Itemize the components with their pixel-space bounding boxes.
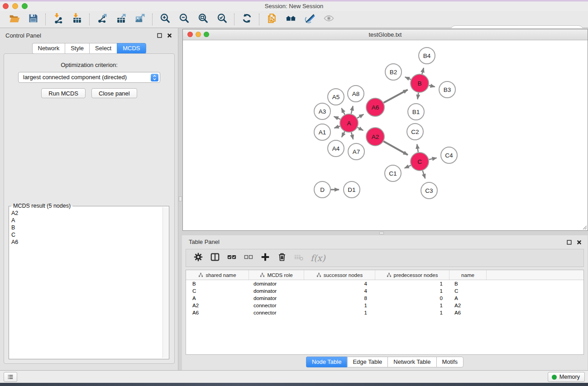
- table-cell[interactable]: connector: [249, 310, 304, 315]
- task-history-button[interactable]: [4, 372, 17, 382]
- first-neighbors-button[interactable]: [281, 12, 300, 27]
- graph-node-A8[interactable]: A8: [348, 86, 364, 102]
- graph-edge-B-B2[interactable]: [405, 77, 411, 80]
- graph-node-A6[interactable]: A6: [366, 98, 384, 116]
- column-header-successor-nodes[interactable]: successor nodes: [304, 270, 375, 280]
- graph-node-D[interactable]: D: [314, 181, 330, 198]
- graph-node-B4[interactable]: B4: [419, 48, 435, 64]
- zoom-in-button[interactable]: [155, 12, 174, 27]
- float-panel-icon[interactable]: [157, 32, 163, 38]
- import-network-button[interactable]: [48, 12, 67, 27]
- graph-edge-C-C1[interactable]: [405, 165, 411, 168]
- table-cell[interactable]: 1: [304, 303, 375, 308]
- table-cell[interactable]: B: [186, 281, 249, 286]
- table-cell[interactable]: C: [186, 288, 249, 294]
- graph-node-C1[interactable]: C1: [385, 165, 401, 181]
- table-cell[interactable]: A6: [186, 310, 249, 315]
- table-cell[interactable]: A2: [449, 303, 487, 308]
- graph-edge-C-C3[interactable]: [423, 171, 425, 178]
- table-row[interactable]: A6connector11A6: [186, 309, 583, 316]
- graph-node-C4[interactable]: C4: [441, 147, 457, 163]
- column-header-MCDS-role[interactable]: MCDS role: [249, 270, 304, 280]
- zoom-selected-button[interactable]: [212, 12, 231, 27]
- graph-node-A7[interactable]: A7: [348, 143, 364, 160]
- tab-select[interactable]: Select: [89, 43, 117, 54]
- graph-edge-A-A2[interactable]: [358, 128, 363, 131]
- table-cell[interactable]: A: [186, 295, 249, 301]
- graph-node-B1[interactable]: B1: [408, 104, 424, 120]
- graph-node-C2[interactable]: C2: [407, 124, 423, 140]
- table-cell[interactable]: C: [449, 288, 487, 294]
- memory-button[interactable]: Memory: [548, 372, 585, 382]
- criterion-select[interactable]: largest connected component (directed): [18, 72, 160, 83]
- table-cell[interactable]: 1: [375, 310, 449, 315]
- graph-edge-A-A8[interactable]: [351, 106, 353, 114]
- resize-grip[interactable]: [582, 224, 587, 230]
- select-all-columns-button[interactable]: [227, 252, 237, 264]
- run-mcds-button[interactable]: Run MCDS: [41, 88, 86, 98]
- graph-node-C3[interactable]: C3: [421, 182, 437, 199]
- graph-node-B3[interactable]: B3: [439, 81, 455, 98]
- table-settings-button[interactable]: [193, 252, 203, 264]
- float-table-panel-icon[interactable]: [566, 239, 572, 245]
- graph-node-A2[interactable]: A2: [366, 128, 384, 146]
- table-cell[interactable]: 0: [375, 295, 449, 301]
- graph-node-A4[interactable]: A4: [328, 140, 344, 157]
- tab-network-table[interactable]: Network Table: [387, 357, 436, 367]
- graph-edge-A-A5[interactable]: [342, 108, 345, 114]
- graph-edge-A6-B[interactable]: [383, 90, 407, 103]
- table-cell[interactable]: A: [449, 295, 487, 301]
- export-table-button[interactable]: [111, 12, 130, 27]
- graph-edge-A-A6[interactable]: [357, 114, 363, 118]
- zoom-fit-button[interactable]: [193, 12, 212, 27]
- mcds-result-item[interactable]: A6: [11, 238, 163, 246]
- table-cell[interactable]: 1: [375, 288, 449, 294]
- graph-edge-C-C2[interactable]: [417, 144, 418, 152]
- tab-style[interactable]: Style: [65, 43, 89, 54]
- mcds-result-item[interactable]: C: [11, 231, 163, 238]
- table-row[interactable]: Cdominator41C: [186, 287, 583, 295]
- close-panel-button[interactable]: Close panel: [91, 88, 137, 98]
- save-session-button[interactable]: [24, 12, 43, 27]
- graph-node-A5[interactable]: A5: [328, 89, 344, 105]
- divider-handle[interactable]: [179, 196, 182, 201]
- graph-edge-A-A3[interactable]: [334, 116, 340, 119]
- tab-edge-table[interactable]: Edge Table: [347, 357, 387, 367]
- mcds-result-item[interactable]: A: [11, 217, 163, 224]
- table-cell[interactable]: 1: [375, 303, 449, 308]
- column-header-predecessor-nodes[interactable]: predecessor nodes: [375, 270, 449, 280]
- table-cell[interactable]: 1: [304, 310, 375, 315]
- graph-edge-A-A4[interactable]: [342, 132, 344, 137]
- graph-edge-B-B3[interactable]: [429, 86, 435, 87]
- graph-edge-A-A1[interactable]: [335, 126, 340, 128]
- toggle-graphics-details-button[interactable]: [319, 12, 338, 27]
- tab-mcds[interactable]: MCDS: [117, 43, 146, 54]
- table-cell[interactable]: dominator: [249, 295, 304, 301]
- column-header-shared-name[interactable]: shared name: [186, 270, 249, 280]
- close-table-panel-icon[interactable]: [576, 239, 582, 245]
- result-scrollbar[interactable]: [163, 207, 168, 358]
- graph-edge-A-A7[interactable]: [351, 132, 353, 139]
- table-cell[interactable]: A2: [186, 303, 249, 308]
- tab-node-table[interactable]: Node Table: [306, 357, 347, 367]
- graph-edge-B-B1[interactable]: [418, 93, 419, 99]
- delete-columns-button[interactable]: [277, 252, 287, 264]
- tab-motifs[interactable]: Motifs: [436, 357, 464, 367]
- table-cell[interactable]: A6: [449, 310, 487, 315]
- mcds-result-item[interactable]: B: [11, 224, 163, 231]
- table-cell[interactable]: 1: [375, 281, 449, 286]
- graph-node-B[interactable]: B: [411, 74, 429, 92]
- divider-handle[interactable]: [379, 232, 384, 234]
- table-row[interactable]: Adominator80A: [186, 295, 583, 302]
- table-cell[interactable]: 4: [304, 288, 375, 294]
- zoom-out-button[interactable]: [174, 12, 193, 27]
- network-canvas[interactable]: AA1A2A3A4A5A6A7A8BB1B2B3B4CC1C2C3C4DD1: [183, 40, 588, 230]
- table-cell[interactable]: B: [449, 281, 487, 286]
- show-columns-button[interactable]: [210, 252, 220, 264]
- mcds-result-item[interactable]: A2: [11, 210, 163, 217]
- table-row[interactable]: A2connector11A2: [186, 302, 583, 309]
- export-network-button[interactable]: [92, 12, 111, 27]
- create-column-button[interactable]: [260, 252, 270, 264]
- import-table-button[interactable]: [67, 12, 86, 27]
- table-cell[interactable]: 8: [304, 295, 375, 301]
